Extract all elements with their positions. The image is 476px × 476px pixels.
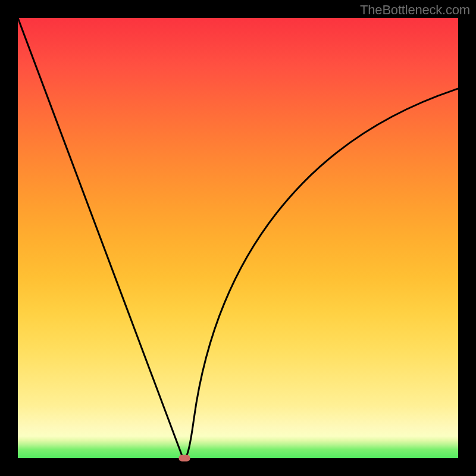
bottleneck-curve [18, 18, 458, 458]
attribution-text: TheBottleneck.com [360, 2, 470, 18]
curve-svg [18, 18, 458, 458]
chart-frame: TheBottleneck.com [0, 0, 476, 476]
plot-area [18, 18, 458, 458]
